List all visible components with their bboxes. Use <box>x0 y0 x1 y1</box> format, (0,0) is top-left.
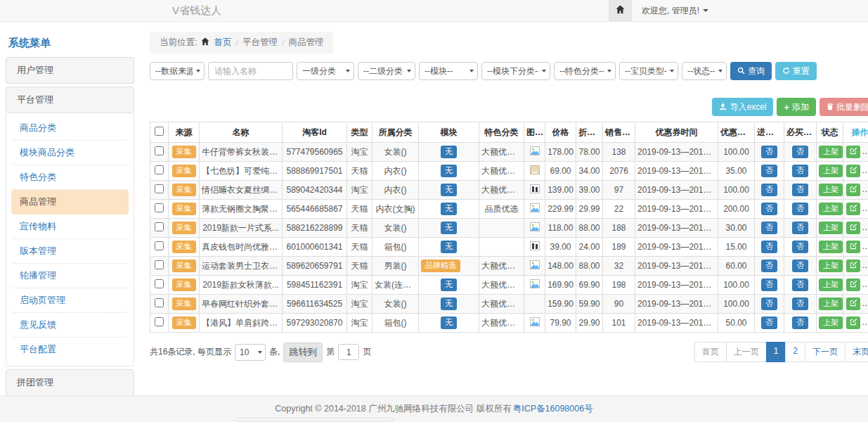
sidebar-subitem[interactable]: 商品分类 <box>11 116 129 141</box>
edit-button[interactable] <box>846 279 860 291</box>
sidebar-item[interactable]: 用户管理 <box>6 57 134 84</box>
import-select-toggle[interactable]: 否 <box>761 146 777 158</box>
filter-select[interactable]: --二级分类-- <box>358 62 415 80</box>
pager-button[interactable]: 下一页 <box>805 342 846 362</box>
row-checkbox[interactable] <box>155 203 164 212</box>
per-page-select[interactable]: 10 <box>235 344 266 361</box>
edit-button[interactable] <box>846 203 860 215</box>
filter-select-control[interactable]: --模块-- <box>419 62 478 80</box>
user-menu[interactable]: 欢迎您, 管理员! <box>642 5 708 17</box>
filter-select-control[interactable]: --特色分类-- <box>554 62 616 80</box>
import-select-toggle[interactable]: 否 <box>761 279 777 290</box>
home-nav-button[interactable] <box>609 0 632 21</box>
pager-button[interactable]: 上一页 <box>726 342 767 362</box>
sidebar-item[interactable]: 拼团管理 <box>6 369 134 395</box>
row-checkbox[interactable] <box>155 146 164 155</box>
status-badge[interactable]: 上架 <box>819 241 843 252</box>
must-buy-toggle[interactable]: 否 <box>792 184 808 196</box>
search-button[interactable]: 查询 <box>730 62 772 80</box>
import-select-toggle[interactable]: 否 <box>761 222 777 234</box>
must-buy-toggle[interactable]: 否 <box>792 146 808 158</box>
import-select-toggle[interactable]: 否 <box>761 165 777 177</box>
filter-select-control[interactable]: --宝贝类型-- <box>619 62 678 80</box>
import-select-toggle[interactable]: 否 <box>761 241 777 252</box>
status-badge[interactable]: 上架 <box>819 260 843 271</box>
must-buy-toggle[interactable]: 否 <box>792 222 808 234</box>
row-checkbox[interactable] <box>155 184 164 193</box>
edit-button[interactable] <box>846 165 860 177</box>
edit-button[interactable] <box>846 184 860 196</box>
pager-button[interactable]: 首页 <box>694 342 727 362</box>
add-button[interactable]: + 添加 <box>777 98 816 116</box>
pager-button[interactable]: 2 <box>785 342 805 362</box>
sidebar-subitem[interactable]: 平台配置 <box>11 338 129 362</box>
must-buy-toggle[interactable]: 否 <box>792 260 808 271</box>
import-select-toggle[interactable]: 否 <box>761 316 777 328</box>
edit-button[interactable] <box>846 222 860 234</box>
name-search-input[interactable] <box>208 62 293 80</box>
status-badge[interactable]: 上架 <box>819 184 843 196</box>
edit-button[interactable] <box>846 241 860 253</box>
must-buy-toggle[interactable]: 否 <box>792 298 808 309</box>
import-select-toggle[interactable]: 否 <box>761 184 777 196</box>
filter-select[interactable]: --数据来源-- <box>150 62 205 80</box>
filter-select[interactable]: 一级分类 <box>297 62 354 80</box>
import-select-toggle[interactable]: 否 <box>761 298 777 309</box>
select-all-checkbox[interactable] <box>155 127 164 136</box>
status-badge[interactable]: 上架 <box>819 279 843 290</box>
horizontal-scrollbar-thumb[interactable] <box>235 418 394 421</box>
sidebar-subitem[interactable]: 商品管理 <box>11 190 129 215</box>
filter-select[interactable]: --模块下分类-- <box>481 62 550 80</box>
row-checkbox[interactable] <box>155 222 164 231</box>
pager-button[interactable]: 1 <box>766 342 786 362</box>
row-checkbox[interactable] <box>155 317 164 326</box>
sidebar-subitem[interactable]: 轮播管理 <box>11 264 129 288</box>
must-buy-toggle[interactable]: 否 <box>792 203 808 215</box>
sidebar-subitem[interactable]: 特色分类 <box>11 165 129 190</box>
status-badge[interactable]: 上架 <box>819 165 843 177</box>
filter-select[interactable]: --状态-- <box>682 62 727 80</box>
row-checkbox[interactable] <box>155 241 164 250</box>
pager-button[interactable]: 末页 <box>845 342 868 362</box>
filter-select[interactable]: --模块-- <box>419 62 478 80</box>
filter-select-control[interactable]: --二级分类-- <box>358 62 415 80</box>
status-badge[interactable]: 上架 <box>819 316 843 328</box>
filter-select-control[interactable]: --模块下分类-- <box>481 62 550 80</box>
sidebar-subitem[interactable]: 版本管理 <box>11 239 129 264</box>
sidebar-subitem[interactable]: 启动页管理 <box>11 288 129 313</box>
row-checkbox[interactable] <box>155 279 164 288</box>
page-number-input[interactable] <box>338 344 359 360</box>
row-checkbox[interactable] <box>155 165 164 174</box>
filter-select-control[interactable]: --状态-- <box>682 62 727 80</box>
must-buy-toggle[interactable]: 否 <box>792 165 808 177</box>
sidebar-subitem[interactable]: 意见反馈 <box>11 313 129 338</box>
status-badge[interactable]: 上架 <box>819 203 843 215</box>
status-badge[interactable]: 上架 <box>819 222 843 234</box>
row-checkbox[interactable] <box>155 298 164 307</box>
filter-select-control[interactable]: 一级分类 <box>297 62 354 80</box>
edit-button[interactable] <box>846 146 860 158</box>
must-buy-toggle[interactable]: 否 <box>792 279 808 290</box>
filter-select[interactable]: --特色分类-- <box>554 62 616 80</box>
jump-button[interactable]: 跳转到 <box>283 343 323 362</box>
status-badge[interactable]: 上架 <box>819 146 843 158</box>
filter-select-control[interactable]: --数据来源-- <box>150 62 205 80</box>
must-buy-toggle[interactable]: 否 <box>792 241 808 252</box>
edit-button[interactable] <box>846 260 860 272</box>
sidebar-item[interactable]: 平台管理 <box>6 87 134 113</box>
batch-delete-button[interactable]: 批量删除 <box>820 98 868 116</box>
reset-button[interactable]: 重置 <box>775 62 817 80</box>
import-excel-button[interactable]: 导入excel <box>712 98 773 116</box>
breadcrumb-home-link[interactable]: 首页 <box>214 37 231 49</box>
filter-select[interactable]: --宝贝类型-- <box>619 62 678 80</box>
edit-button[interactable] <box>846 316 860 329</box>
import-select-toggle[interactable]: 否 <box>761 203 777 215</box>
row-checkbox[interactable] <box>155 260 164 269</box>
sidebar-subitem[interactable]: 模块商品分类 <box>11 141 129 165</box>
must-buy-toggle[interactable]: 否 <box>792 316 808 328</box>
status-badge[interactable]: 上架 <box>819 298 843 309</box>
icp-link[interactable]: 粤ICP备16098006号 <box>513 403 593 415</box>
edit-button[interactable] <box>846 298 860 310</box>
import-select-toggle[interactable]: 否 <box>761 260 777 271</box>
sidebar-subitem[interactable]: 宣传物料 <box>11 215 129 239</box>
